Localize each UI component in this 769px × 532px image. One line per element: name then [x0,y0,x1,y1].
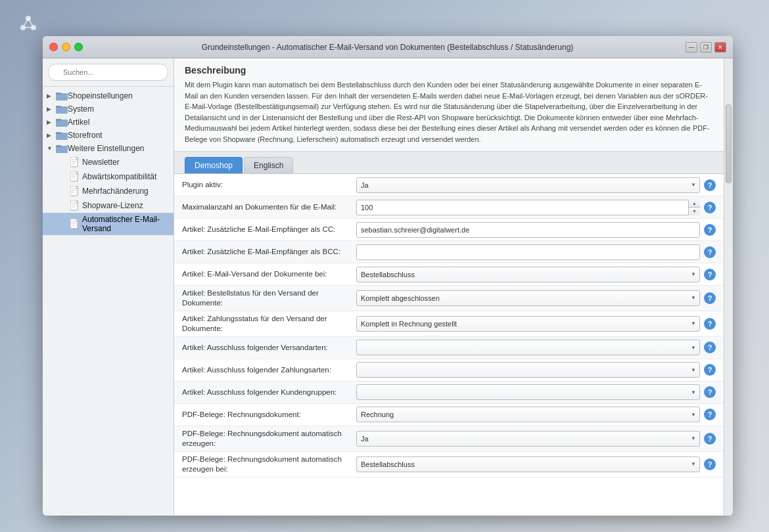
spinner-up[interactable]: ▲ [689,200,700,208]
sidebar-item-shopeinstellungen[interactable]: ▶ Shopeinstellungen [43,89,174,102]
help-button-bcc[interactable]: ? [704,246,716,258]
select-kundengruppen[interactable] [356,384,700,400]
form-control-bestellstatus: Komplett abgeschlossen In Bearbeitung ▼ … [356,290,716,306]
sidebar-item-mehrfachaenderung[interactable]: Mehrfachänderung [43,184,174,198]
help-button-bestellstatus[interactable]: ? [704,292,716,304]
window-restore-btn[interactable]: ❐ [700,42,712,53]
select-wrapper-rechnungsdokument: Rechnung ▼ [356,407,700,422]
main-content: 🔍 ▶ Shopeinstellungen ▶ [43,58,733,516]
input-cc[interactable] [356,222,700,238]
form-row-rechnungsdokument-auto: PDF-Belege: Rechnungsdokument automatisc… [174,426,724,452]
select-wrapper-zahlungsarten: ▼ [356,362,700,378]
sidebar-item-storefront[interactable]: ▶ Storefront [43,129,174,142]
select-rechnungsdokument-auto-bei[interactable]: Bestellabschluss Statusänderung [356,456,700,472]
help-button-zahlungsarten[interactable]: ? [704,364,716,376]
select-zahlungsstatus[interactable]: Komplett in Rechnung gestellt Offen [356,316,700,332]
sidebar-item-label: Automatischer E-Mail-Versand [82,215,170,233]
form-row-rechnungsdokument-auto-bei: PDF-Belege: Rechnungsdokument automatisc… [174,452,724,477]
form-row-bestellstatus: Artikel: Bestellstatus für den Versand d… [174,286,724,311]
sidebar: 🔍 ▶ Shopeinstellungen ▶ [43,58,174,516]
select-wrapper-kundengruppen: ▼ [356,384,700,400]
folder-icon [56,118,68,127]
maximize-button[interactable] [74,43,83,51]
sidebar-item-label: Shopware-Lizenz [82,201,143,210]
form-row-zahlungsarten: Artikel: Ausschluss folgender Zahlungsar… [174,359,724,382]
sidebar-item-automatischer-email[interactable]: Automatischer E-Mail-Versand [43,213,174,235]
window-minimize-btn[interactable]: — [686,42,697,53]
select-bestellstatus[interactable]: Komplett abgeschlossen In Bearbeitung [356,290,700,306]
sidebar-item-newsletter[interactable]: Newsletter [43,155,174,169]
form-label-plugin-aktiv: Plugin aktiv: [182,180,356,190]
help-button-versandarten[interactable]: ? [704,342,716,353]
scrollbar-track[interactable] [724,58,733,516]
form-label-rechnungsdokument-auto: PDF-Belege: Rechnungsdokument automatisc… [182,429,356,449]
input-bcc[interactable] [356,244,700,260]
form-row-bcc: Artikel: Zusätzliche E-Mail-Empfänger al… [174,241,724,263]
tab-demoshop[interactable]: Demoshop [185,157,243,173]
select-zahlungsarten[interactable] [356,362,700,378]
select-rechnungsdokument-auto[interactable]: Ja Nein [356,431,700,447]
doc-icon [70,200,80,211]
select-wrapper-zahlungsstatus: Komplett in Rechnung gestellt Offen ▼ [356,316,700,332]
close-button[interactable] [49,43,58,51]
sidebar-item-label: Newsletter [82,158,120,167]
expander-icon: ▶ [47,106,56,112]
folder-icon-open [56,144,68,153]
form-control-maximalanzahl: ▲ ▼ ? [356,200,716,215]
form-row-maximalanzahl: Maximalanzahl an Dokumenten für die E-Ma… [174,196,724,219]
form-label-bestellstatus: Artikel: Bestellstatus für den Versand d… [182,288,356,308]
select-plugin-aktiv[interactable]: Ja Nein [356,177,700,193]
help-button-maximalanzahl[interactable]: ? [704,202,716,213]
number-input-wrapper: ▲ ▼ [356,200,700,215]
sidebar-item-abwaertskompatibilitaet[interactable]: Abwärtskompatibilität [43,169,174,184]
form-row-versandarten: Artikel: Ausschluss folgender Versandart… [174,337,724,359]
app-logo [16,12,40,37]
select-wrapper-versandarten: ▼ [356,340,700,355]
tab-englisch[interactable]: Englisch [244,157,293,173]
titlebar-controls: — ❐ ✕ [686,42,726,53]
form-row-rechnungsdokument: PDF-Belege: Rechnungsdokument: Rechnung … [174,404,724,426]
sidebar-item-label: System [68,104,94,114]
sidebar-item-weitere-einstellungen[interactable]: ▼ Weitere Einstellungen [43,142,174,155]
help-button-plugin-aktiv[interactable]: ? [704,179,716,191]
scrollbar-thumb[interactable] [726,104,732,183]
doc-icon [70,157,80,167]
sidebar-item-artikel[interactable]: ▶ Artikel [43,116,174,129]
help-button-rechnungsdokument[interactable]: ? [704,409,716,420]
input-maximalanzahl[interactable] [356,200,700,215]
form-label-zahlungsstatus: Artikel: Zahlungsstatus für den Versand … [182,314,356,334]
help-button-rechnungsdokument-auto-bei[interactable]: ? [704,458,716,470]
spinner-down[interactable]: ▼ [689,208,700,215]
select-versand-bei[interactable]: Bestellabschluss Statusänderung [356,267,700,282]
form-label-versand-bei: Artikel: E-Mail-Versand der Dokumente be… [182,269,356,279]
select-versandarten[interactable] [356,340,700,355]
help-button-cc[interactable]: ? [704,224,716,236]
select-wrapper-plugin-aktiv: Ja Nein ▼ [356,177,700,193]
expander-icon: ▶ [47,93,56,99]
window-title: Grundeinstellungen - Automatischer E-Mai… [89,43,686,52]
search-input[interactable] [48,64,168,81]
tabs-bar: Demoshop Englisch [174,152,724,174]
sidebar-item-shopware-lizenz[interactable]: Shopware-Lizenz [43,198,174,213]
svg-rect-11 [56,119,61,121]
form-label-versandarten: Artikel: Ausschluss folgender Versandart… [182,343,356,353]
help-button-rechnungsdokument-auto[interactable]: ? [704,433,716,445]
select-rechnungsdokument[interactable]: Rechnung [356,407,700,422]
help-button-versand-bei[interactable]: ? [704,269,716,280]
sidebar-item-label: Abwärtskompatibilität [82,172,156,181]
folder-icon [56,131,68,140]
form-control-bcc: ? [356,244,716,260]
sidebar-item-label: Mehrfachänderung [82,187,149,196]
svg-line-4 [28,18,34,28]
form-control-zahlungsstatus: Komplett in Rechnung gestellt Offen ▼ ? [356,316,716,332]
help-button-zahlungsstatus[interactable]: ? [704,318,716,330]
description-title: Beschreibung [185,65,713,76]
expander-icon: ▶ [47,132,56,139]
window-close-btn[interactable]: ✕ [714,42,726,53]
help-button-kundengruppen[interactable]: ? [704,386,716,398]
right-panel: Beschreibung Mit dem Plugin kann man aut… [174,58,724,516]
sidebar-item-system[interactable]: ▶ System [43,102,174,116]
form-control-versand-bei: Bestellabschluss Statusänderung ▼ ? [356,267,716,282]
form-control-zahlungsarten: ▼ ? [356,362,716,378]
minimize-button[interactable] [62,43,70,51]
